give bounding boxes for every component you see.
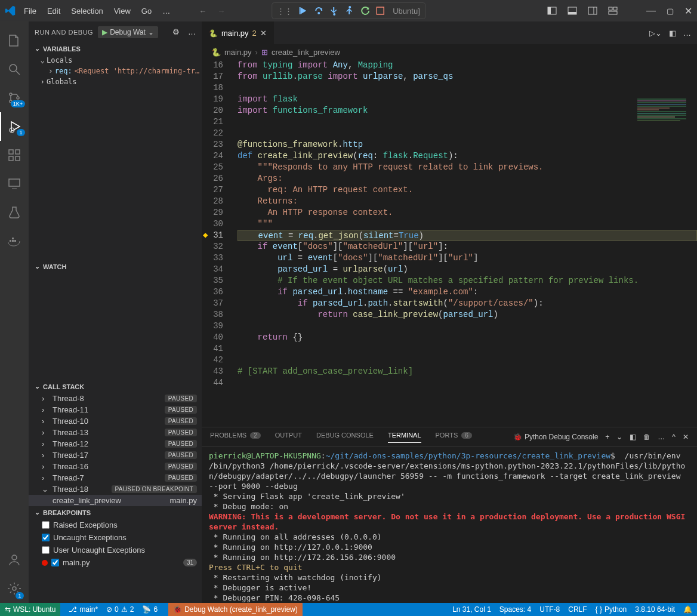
thread-item[interactable]: ›Thread-16PAUSED <box>29 461 202 472</box>
split-editor-icon[interactable]: ◧ <box>669 29 676 38</box>
remote-indicator[interactable]: ⇆ WSL: Ubuntu <box>0 603 60 616</box>
menu-view[interactable]: View <box>109 4 135 18</box>
indentation-status[interactable]: Spaces: 4 <box>499 605 531 614</box>
thread-item[interactable]: ›Thread-10PAUSED <box>29 415 202 427</box>
menu-more[interactable]: … <box>158 4 175 18</box>
menu-selection[interactable]: Selection <box>66 4 107 18</box>
thread-item[interactable]: ›Thread-11PAUSED <box>29 404 202 415</box>
problems-status[interactable]: ⊘0 ⚠2 <box>106 605 134 614</box>
python-interpreter[interactable]: 3.8.10 64-bit <box>635 605 675 614</box>
variable-req[interactable]: ›req: <Request 'http://charming-tro… <box>38 66 202 76</box>
ports-status[interactable]: 📡 6 <box>142 605 158 614</box>
thread-item[interactable]: ›Thread-12PAUSED <box>29 438 202 449</box>
minimap[interactable] <box>635 98 689 205</box>
title-suffix: Ubuntu] <box>393 7 420 16</box>
kill-terminal-icon[interactable]: 🗑 <box>643 433 650 441</box>
maximize-panel-icon[interactable]: ^ <box>672 433 676 441</box>
panel-icon[interactable] <box>568 6 577 16</box>
vscode-logo-icon <box>5 5 16 16</box>
breakpoints-section[interactable]: ⌄BREAKPOINTS <box>29 506 202 519</box>
panel-tab-problems[interactable]: PROBLEMS2 <box>210 432 261 442</box>
nav-back-icon[interactable]: ← <box>199 7 206 16</box>
eol-status[interactable]: CRLF <box>568 605 587 614</box>
testing-icon[interactable] <box>0 198 29 227</box>
minimize-icon[interactable]: — <box>646 5 656 16</box>
svg-rect-2 <box>548 7 551 14</box>
bp-user-uncaught-exceptions[interactable]: User Uncaught Exceptions <box>29 544 202 556</box>
step-out-icon[interactable] <box>345 6 354 16</box>
run-debug-icon[interactable]: 1 <box>0 112 29 141</box>
callstack-section[interactable]: ⌄CALL STACK <box>29 380 202 393</box>
customize-layout-icon[interactable] <box>608 6 618 16</box>
layout-icon[interactable] <box>547 6 557 16</box>
breakpoint-arrow-icon: ◆ <box>203 230 208 241</box>
menu-file[interactable]: File <box>19 4 41 18</box>
sidebar-right-icon[interactable] <box>588 6 597 16</box>
new-terminal-icon[interactable]: + <box>605 433 609 441</box>
svg-rect-18 <box>16 156 20 161</box>
language-mode[interactable]: { } Python <box>596 605 627 614</box>
search-icon[interactable] <box>0 55 29 84</box>
panel-tab-output[interactable]: OUTPUT <box>275 432 302 442</box>
debug-start-button[interactable]: ▶ Debug Wat ⌄ <box>98 26 158 38</box>
svg-rect-19 <box>16 150 20 154</box>
tab-main-py[interactable]: 🐍 main.py 2 ✕ <box>202 21 274 44</box>
bp-main-py[interactable]: main.py31 <box>29 556 202 569</box>
encoding-status[interactable]: UTF-8 <box>539 605 560 614</box>
debug-status[interactable]: 🐞 Debug Watch (create_link_preview) <box>168 603 303 616</box>
stack-frame[interactable]: create_link_preview main.py <box>29 495 202 506</box>
locals-node[interactable]: ⌄Locals <box>38 55 202 66</box>
watch-section[interactable]: ⌄WATCH <box>29 260 202 273</box>
source-control-icon[interactable]: 1K+ <box>0 84 29 112</box>
panel-more-icon[interactable]: … <box>658 433 665 441</box>
maximize-icon[interactable]: ▢ <box>667 7 674 16</box>
notifications-icon[interactable]: 🔔 <box>683 605 692 614</box>
continue-icon[interactable] <box>298 6 308 16</box>
menu-edit[interactable]: Edit <box>42 4 65 18</box>
step-into-icon[interactable] <box>329 6 339 16</box>
debug-icon: 🐞 <box>513 433 522 441</box>
remote-explorer-icon[interactable] <box>0 170 29 198</box>
nav-forward-icon[interactable]: → <box>217 7 225 16</box>
sidebar-more-icon[interactable]: … <box>188 27 196 36</box>
git-branch[interactable]: ⎇ main* <box>69 605 98 614</box>
run-file-icon[interactable]: ▷⌄ <box>649 29 662 38</box>
editor-more-icon[interactable]: … <box>683 29 691 38</box>
step-over-icon[interactable] <box>314 6 323 16</box>
svg-rect-24 <box>14 240 16 242</box>
menu-go[interactable]: Go <box>137 4 156 18</box>
drag-handle-icon[interactable]: ⋮⋮ <box>277 7 292 16</box>
split-terminal-icon[interactable]: ◧ <box>630 433 636 441</box>
tab-close-icon[interactable]: ✕ <box>260 29 267 38</box>
svg-point-26 <box>12 555 17 560</box>
svg-rect-16 <box>9 150 13 154</box>
cursor-position[interactable]: Ln 31, Col 1 <box>452 605 491 614</box>
stop-icon[interactable] <box>376 7 384 15</box>
restart-icon[interactable] <box>360 6 370 16</box>
accounts-icon[interactable] <box>0 546 29 574</box>
globals-node[interactable]: ›Globals <box>38 76 202 87</box>
debug-toolbar: ⋮⋮ Ubuntu] <box>272 2 425 19</box>
bp-uncaught-exceptions[interactable]: Uncaught Exceptions <box>29 531 202 544</box>
thread-item[interactable]: ⌄Thread-18PAUSED ON BREAKPOINT <box>29 483 202 495</box>
variables-section[interactable]: ⌄VARIABLES <box>29 42 202 55</box>
thread-item[interactable]: ›Thread-13PAUSED <box>29 427 202 438</box>
docker-icon[interactable] <box>0 227 29 255</box>
breadcrumb[interactable]: 🐍 main.py › ⊞ create_link_preview <box>202 44 697 60</box>
svg-rect-22 <box>10 240 11 242</box>
thread-item[interactable]: ›Thread-7PAUSED <box>29 472 202 483</box>
extensions-icon[interactable] <box>0 141 29 170</box>
terminal-profile-select[interactable]: 🐞Python Debug Console <box>513 433 598 441</box>
settings-gear-icon[interactable]: 1 <box>0 574 29 603</box>
close-icon[interactable]: ✕ <box>684 5 692 17</box>
debug-config-gear-icon[interactable]: ⚙ <box>172 27 180 36</box>
panel-tab-terminal[interactable]: TERMINAL <box>388 432 421 443</box>
thread-item[interactable]: ›Thread-17PAUSED <box>29 449 202 461</box>
thread-item[interactable]: ›Thread-8PAUSED <box>29 393 202 404</box>
panel-tab-ports[interactable]: PORTS6 <box>436 432 472 442</box>
panel-tab-debug-console[interactable]: DEBUG CONSOLE <box>316 432 374 442</box>
bp-raised-exceptions[interactable]: Raised Exceptions <box>29 519 202 531</box>
terminal-output[interactable]: pierrick@LAPTOP-HKU5PNNG:~/git/add-ons-s… <box>202 447 697 603</box>
explorer-icon[interactable] <box>0 26 29 55</box>
close-panel-icon[interactable]: ✕ <box>683 433 689 441</box>
